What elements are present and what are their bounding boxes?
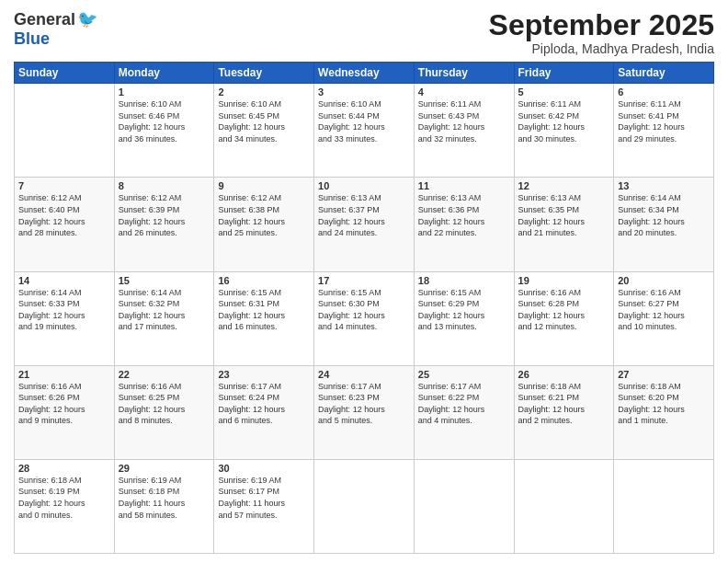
calendar-cell: 23Sunrise: 6:17 AM Sunset: 6:24 PM Dayli…: [214, 365, 314, 459]
logo-general-text: General: [14, 10, 75, 29]
day-number: 26: [518, 369, 610, 380]
day-number: 1: [119, 86, 210, 98]
day-number: 17: [318, 275, 410, 286]
calendar-cell: 27Sunrise: 6:18 AM Sunset: 6:20 PM Dayli…: [614, 365, 714, 459]
calendar-cell: 10Sunrise: 6:13 AM Sunset: 6:37 PM Dayli…: [314, 178, 415, 271]
day-number: 4: [418, 86, 510, 98]
calendar-cell: 25Sunrise: 6:17 AM Sunset: 6:22 PM Dayli…: [414, 365, 514, 459]
day-number: 7: [18, 180, 110, 191]
cell-info: Sunrise: 6:11 AM Sunset: 6:41 PM Dayligh…: [618, 98, 710, 144]
calendar-cell: 29Sunrise: 6:19 AM Sunset: 6:18 PM Dayli…: [114, 459, 214, 553]
cell-info: Sunrise: 6:12 AM Sunset: 6:39 PM Dayligh…: [119, 192, 210, 238]
cell-info: Sunrise: 6:11 AM Sunset: 6:43 PM Dayligh…: [418, 98, 510, 144]
day-number: 15: [119, 275, 210, 286]
cell-info: Sunrise: 6:14 AM Sunset: 6:34 PM Dayligh…: [618, 192, 710, 238]
cell-info: Sunrise: 6:15 AM Sunset: 6:29 PM Dayligh…: [418, 287, 510, 333]
logo: General 🐦 Blue: [14, 9, 97, 49]
calendar-cell: [614, 459, 714, 553]
week-row-0: 1Sunrise: 6:10 AM Sunset: 6:46 PM Daylig…: [15, 84, 714, 178]
calendar-cell: [15, 84, 115, 178]
cell-info: Sunrise: 6:12 AM Sunset: 6:40 PM Dayligh…: [18, 192, 110, 238]
calendar-cell: 11Sunrise: 6:13 AM Sunset: 6:36 PM Dayli…: [414, 178, 514, 271]
calendar-cell: 5Sunrise: 6:11 AM Sunset: 6:42 PM Daylig…: [514, 84, 614, 178]
day-number: 18: [418, 275, 510, 286]
calendar-cell: [414, 459, 514, 553]
cell-info: Sunrise: 6:13 AM Sunset: 6:37 PM Dayligh…: [318, 192, 410, 238]
calendar-cell: 8Sunrise: 6:12 AM Sunset: 6:39 PM Daylig…: [114, 178, 214, 271]
day-number: 5: [518, 86, 610, 98]
calendar-cell: 4Sunrise: 6:11 AM Sunset: 6:43 PM Daylig…: [414, 84, 514, 178]
location: Piploda, Madhya Pradesh, India: [489, 41, 714, 56]
day-number: 24: [318, 369, 410, 380]
cell-info: Sunrise: 6:16 AM Sunset: 6:28 PM Dayligh…: [518, 287, 610, 333]
calendar-cell: 18Sunrise: 6:15 AM Sunset: 6:29 PM Dayli…: [414, 271, 514, 365]
calendar-cell: 30Sunrise: 6:19 AM Sunset: 6:17 PM Dayli…: [214, 459, 314, 553]
day-number: 23: [218, 369, 310, 380]
cell-info: Sunrise: 6:18 AM Sunset: 6:19 PM Dayligh…: [18, 475, 110, 521]
calendar-cell: 6Sunrise: 6:11 AM Sunset: 6:41 PM Daylig…: [614, 84, 714, 178]
weekday-header-thursday: Thursday: [414, 63, 514, 84]
cell-info: Sunrise: 6:10 AM Sunset: 6:46 PM Dayligh…: [119, 98, 210, 144]
calendar-cell: 16Sunrise: 6:15 AM Sunset: 6:31 PM Dayli…: [214, 271, 314, 365]
calendar-cell: 26Sunrise: 6:18 AM Sunset: 6:21 PM Dayli…: [514, 365, 614, 459]
cell-info: Sunrise: 6:15 AM Sunset: 6:30 PM Dayligh…: [318, 287, 410, 333]
day-number: 25: [418, 369, 510, 380]
weekday-header-wednesday: Wednesday: [314, 63, 415, 84]
calendar-cell: 20Sunrise: 6:16 AM Sunset: 6:27 PM Dayli…: [614, 271, 714, 365]
calendar-cell: 19Sunrise: 6:16 AM Sunset: 6:28 PM Dayli…: [514, 271, 614, 365]
calendar-cell: 7Sunrise: 6:12 AM Sunset: 6:40 PM Daylig…: [15, 178, 115, 271]
calendar-cell: 12Sunrise: 6:13 AM Sunset: 6:35 PM Dayli…: [514, 178, 614, 271]
day-number: 20: [618, 275, 710, 286]
week-row-1: 7Sunrise: 6:12 AM Sunset: 6:40 PM Daylig…: [15, 178, 714, 271]
calendar-cell: 24Sunrise: 6:17 AM Sunset: 6:23 PM Dayli…: [314, 365, 415, 459]
calendar: SundayMondayTuesdayWednesdayThursdayFrid…: [14, 62, 714, 554]
week-row-4: 28Sunrise: 6:18 AM Sunset: 6:19 PM Dayli…: [15, 459, 714, 553]
calendar-cell: 9Sunrise: 6:12 AM Sunset: 6:38 PM Daylig…: [214, 178, 314, 271]
day-number: 28: [18, 463, 110, 474]
weekday-header-sunday: Sunday: [15, 63, 115, 84]
weekday-header-tuesday: Tuesday: [214, 63, 314, 84]
cell-info: Sunrise: 6:15 AM Sunset: 6:31 PM Dayligh…: [218, 287, 310, 333]
calendar-cell: 22Sunrise: 6:16 AM Sunset: 6:25 PM Dayli…: [114, 365, 214, 459]
calendar-cell: 21Sunrise: 6:16 AM Sunset: 6:26 PM Dayli…: [15, 365, 115, 459]
weekday-header-saturday: Saturday: [614, 63, 714, 84]
calendar-cell: 14Sunrise: 6:14 AM Sunset: 6:33 PM Dayli…: [15, 271, 115, 365]
day-number: 21: [18, 369, 110, 380]
cell-info: Sunrise: 6:17 AM Sunset: 6:22 PM Dayligh…: [418, 381, 510, 427]
title-block: September 2025 Piploda, Madhya Pradesh, …: [489, 9, 714, 56]
calendar-cell: 1Sunrise: 6:10 AM Sunset: 6:46 PM Daylig…: [114, 84, 214, 178]
cell-info: Sunrise: 6:16 AM Sunset: 6:27 PM Dayligh…: [618, 287, 710, 333]
day-number: 10: [318, 180, 410, 191]
page: General 🐦 Blue September 2025 Piploda, M…: [0, 0, 728, 563]
cell-info: Sunrise: 6:17 AM Sunset: 6:23 PM Dayligh…: [318, 381, 410, 427]
weekday-header-row: SundayMondayTuesdayWednesdayThursdayFrid…: [15, 63, 714, 84]
day-number: 14: [18, 275, 110, 286]
calendar-cell: [314, 459, 415, 553]
day-number: 12: [518, 180, 610, 191]
day-number: 6: [618, 86, 710, 98]
month-title: September 2025: [489, 9, 714, 41]
cell-info: Sunrise: 6:10 AM Sunset: 6:44 PM Dayligh…: [318, 98, 410, 144]
day-number: 8: [119, 180, 210, 191]
cell-info: Sunrise: 6:10 AM Sunset: 6:45 PM Dayligh…: [218, 98, 310, 144]
day-number: 13: [618, 180, 710, 191]
cell-info: Sunrise: 6:19 AM Sunset: 6:18 PM Dayligh…: [119, 475, 210, 521]
day-number: 3: [318, 86, 410, 98]
calendar-cell: 15Sunrise: 6:14 AM Sunset: 6:32 PM Dayli…: [114, 271, 214, 365]
calendar-cell: 3Sunrise: 6:10 AM Sunset: 6:44 PM Daylig…: [314, 84, 415, 178]
calendar-cell: 13Sunrise: 6:14 AM Sunset: 6:34 PM Dayli…: [614, 178, 714, 271]
cell-info: Sunrise: 6:18 AM Sunset: 6:20 PM Dayligh…: [618, 381, 710, 427]
logo-bird-icon: 🐦: [77, 9, 97, 29]
cell-info: Sunrise: 6:17 AM Sunset: 6:24 PM Dayligh…: [218, 381, 310, 427]
cell-info: Sunrise: 6:14 AM Sunset: 6:32 PM Dayligh…: [119, 287, 210, 333]
cell-info: Sunrise: 6:18 AM Sunset: 6:21 PM Dayligh…: [518, 381, 610, 427]
calendar-cell: [514, 459, 614, 553]
day-number: 2: [218, 86, 310, 98]
calendar-cell: 2Sunrise: 6:10 AM Sunset: 6:45 PM Daylig…: [214, 84, 314, 178]
header: General 🐦 Blue September 2025 Piploda, M…: [14, 9, 714, 56]
weekday-header-friday: Friday: [514, 63, 614, 84]
cell-info: Sunrise: 6:13 AM Sunset: 6:35 PM Dayligh…: [518, 192, 610, 238]
day-number: 29: [119, 463, 210, 474]
cell-info: Sunrise: 6:11 AM Sunset: 6:42 PM Dayligh…: [518, 98, 610, 144]
day-number: 22: [119, 369, 210, 380]
